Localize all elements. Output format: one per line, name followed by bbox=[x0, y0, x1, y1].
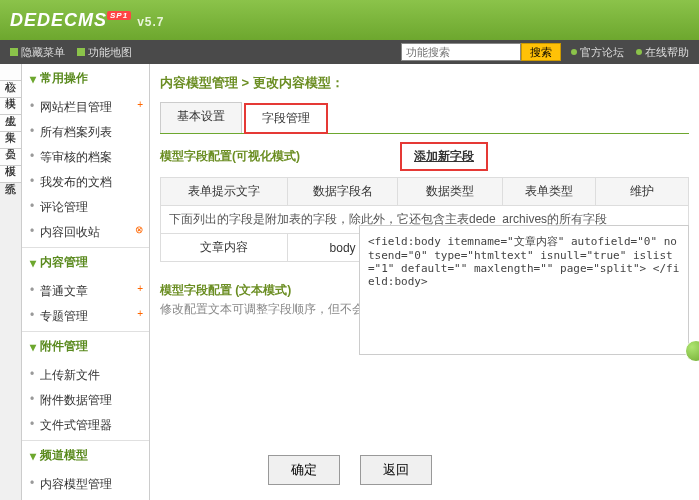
hide-menu-button[interactable]: 隐藏菜单 bbox=[10, 45, 65, 60]
sidebar-item[interactable]: 评论管理 bbox=[22, 195, 149, 220]
item-mark-icon: ⊗ bbox=[135, 224, 143, 235]
footer-buttons: 确定 返回 bbox=[268, 455, 432, 485]
sidebar-item[interactable]: 专题管理+ bbox=[22, 304, 149, 329]
arrow-icon: ▾ bbox=[30, 256, 36, 270]
sidebar-item[interactable]: 等审核的档案 bbox=[22, 145, 149, 170]
table-header: 表单提示文字 bbox=[161, 178, 288, 206]
vtab-item[interactable]: 采集 bbox=[0, 115, 21, 132]
back-button[interactable]: 返回 bbox=[360, 455, 432, 485]
table-header: 维护 bbox=[596, 178, 689, 206]
item-mark-icon: + bbox=[137, 99, 143, 110]
tab-basic[interactable]: 基本设置 bbox=[160, 102, 242, 133]
sidebar: ▾常用操作网站栏目管理+所有档案列表等审核的档案我发布的文档评论管理内容回收站⊗… bbox=[22, 64, 150, 500]
tab-bar: 基本设置 字段管理 bbox=[160, 102, 689, 134]
sidebar-item[interactable]: 普通文章+ bbox=[22, 279, 149, 304]
vtab-item[interactable]: 模块 bbox=[0, 81, 21, 98]
arrow-icon: ▾ bbox=[30, 72, 36, 86]
sidebar-section-title[interactable]: ▾内容管理 bbox=[22, 248, 149, 277]
vtab-item[interactable]: 模板 bbox=[0, 149, 21, 166]
arrow-icon: ▾ bbox=[30, 340, 36, 354]
sidebar-section-title[interactable]: ▾附件管理 bbox=[22, 332, 149, 361]
sidebar-item[interactable]: 所有档案列表 bbox=[22, 120, 149, 145]
sidebar-section-title[interactable]: ▾频道模型 bbox=[22, 441, 149, 470]
sidebar-section-title[interactable]: ▾常用操作 bbox=[22, 64, 149, 93]
sitemap-button[interactable]: 功能地图 bbox=[77, 45, 132, 60]
table-header: 数据类型 bbox=[398, 178, 503, 206]
field-config-label: 模型字段配置 bbox=[160, 148, 232, 165]
sidebar-item[interactable]: 我发布的文档 bbox=[22, 170, 149, 195]
sidebar-item[interactable]: 文件式管理器 bbox=[22, 413, 149, 438]
breadcrumb: 内容模型管理 > 更改内容模型： bbox=[160, 74, 689, 92]
logo: DEDECMSSP1 v5.7 bbox=[10, 10, 165, 31]
table-header: 数据字段名 bbox=[288, 178, 398, 206]
vtab-item[interactable]: 会员 bbox=[0, 132, 21, 149]
search-button[interactable]: 搜索 bbox=[521, 43, 561, 61]
forum-link[interactable]: 官方论坛 bbox=[571, 45, 624, 60]
ok-button[interactable]: 确定 bbox=[268, 455, 340, 485]
sidebar-item[interactable]: 网站栏目管理+ bbox=[22, 95, 149, 120]
code-textarea[interactable]: <field:body itemname="文章内容" autofield="0… bbox=[359, 225, 689, 355]
toolbar: 隐藏菜单 功能地图 搜索 官方论坛 在线帮助 bbox=[0, 40, 699, 64]
arrow-icon: ▾ bbox=[30, 449, 36, 463]
sidebar-item[interactable]: 内容回收站⊗ bbox=[22, 220, 149, 245]
table-header: 表单类型 bbox=[503, 178, 596, 206]
search-box: 搜索 bbox=[401, 43, 561, 61]
vtab-item[interactable]: 生成 bbox=[0, 98, 21, 115]
tab-field[interactable]: 字段管理 bbox=[244, 103, 328, 134]
vertical-tabs: 核心模块生成采集会员模板系统 bbox=[0, 64, 22, 500]
sidebar-item[interactable]: 附件数据管理 bbox=[22, 388, 149, 413]
help-link[interactable]: 在线帮助 bbox=[636, 45, 689, 60]
add-field-button[interactable]: 添加新字段 bbox=[400, 142, 488, 171]
search-input[interactable] bbox=[401, 43, 521, 61]
vtab-item[interactable]: 核心 bbox=[0, 64, 21, 81]
visual-mode-label: (可视化模式) bbox=[232, 148, 300, 165]
header: DEDECMSSP1 v5.7 bbox=[0, 0, 699, 40]
item-mark-icon: + bbox=[137, 308, 143, 319]
sidebar-item[interactable]: 上传新文件 bbox=[22, 363, 149, 388]
vtab-item[interactable]: 系统 bbox=[0, 166, 21, 183]
sidebar-item[interactable]: 内容模型管理 bbox=[22, 472, 149, 497]
item-mark-icon: + bbox=[137, 283, 143, 294]
